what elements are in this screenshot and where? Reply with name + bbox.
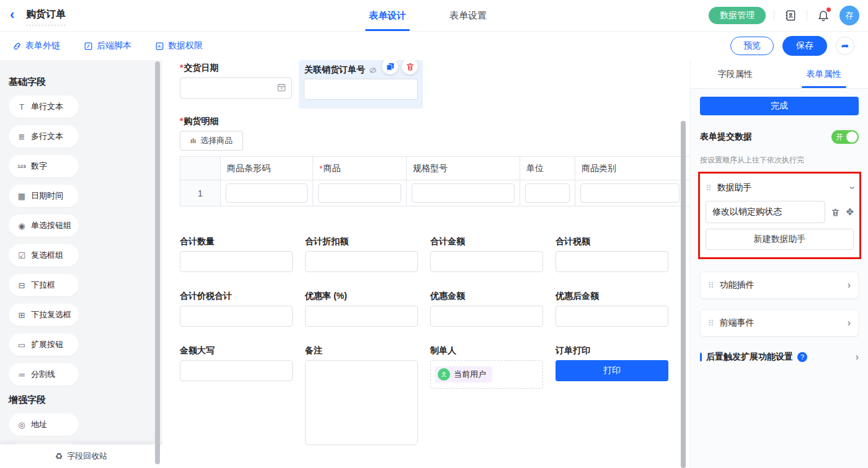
purchase-detail-label: *购货明细 (180, 116, 218, 127)
dropdown-icon: ⊟ (17, 281, 27, 290)
tab-form-properties[interactable]: 表单属性 (779, 60, 868, 88)
drag-handle-icon[interactable]: ⠿ (708, 281, 714, 289)
total-qty-input[interactable] (180, 251, 293, 272)
data-permission-link[interactable]: 数据权限 (155, 40, 203, 51)
data-assistant-header[interactable]: ⠿ 数据助手 › (706, 179, 854, 197)
tab-form-design[interactable]: 表单设计 (369, 0, 406, 31)
delete-field-button[interactable] (402, 60, 418, 74)
form-external-link[interactable]: 表单外链 (12, 40, 60, 51)
print-button[interactable]: 打印 (556, 360, 668, 381)
field-item-dropdown-multi[interactable]: ⊞下拉复选框 (9, 304, 79, 326)
total-with-tax-input[interactable] (180, 306, 293, 327)
discount-amount-input[interactable] (430, 306, 543, 327)
header-right: 数据管理 存 (709, 0, 859, 31)
field-item-extend-button[interactable]: ▭扩展按钮 (9, 333, 79, 356)
select-product-label: 选择商品 (200, 135, 232, 146)
notification-badge (826, 7, 831, 12)
table-col-rownum: 1 (180, 157, 221, 206)
discount-rate-input[interactable] (305, 306, 418, 327)
amount-words-input[interactable] (180, 360, 293, 381)
field-item-datetime[interactable]: ▦日期时间 (9, 185, 79, 207)
barcode-cell-input[interactable] (226, 183, 308, 203)
move-assistant-icon[interactable]: ✥ (846, 206, 854, 218)
field-item-single-line-text[interactable]: T单行文本 (9, 95, 79, 118)
frontend-event-label: 前端事件 (720, 317, 842, 329)
header-tabs: 表单设计 表单设置 (369, 0, 487, 31)
field-item-label: 下拉框 (31, 280, 55, 291)
radio-group-icon: ◉ (17, 221, 27, 231)
after-discount-input[interactable] (556, 306, 668, 327)
delivery-date-input[interactable] (180, 77, 292, 99)
toolbar-actions: 预览 保存 ➦ (730, 32, 854, 60)
tab-field-properties[interactable]: 字段属性 (691, 60, 779, 88)
purchase-detail-table: 1 商品条形码 *商品 规格型号 单位 商品类别 (180, 156, 690, 206)
delete-assistant-icon[interactable] (831, 208, 840, 217)
save-button[interactable]: 保存 (782, 36, 827, 56)
select-product-button[interactable]: ılı 选择商品 (180, 131, 243, 151)
total-tax-input[interactable] (556, 251, 668, 272)
field-item-dropdown[interactable]: ⊟下拉框 (9, 274, 79, 296)
sub-toolbar: 表单外链 后端脚本 数据权限 预览 保存 (0, 32, 868, 61)
column-label: 商品类别 (582, 163, 616, 174)
remark-textarea[interactable] (305, 360, 418, 445)
contacts-icon[interactable] (782, 7, 799, 24)
remark-label: 备注 (305, 345, 322, 356)
copy-field-button[interactable] (382, 60, 398, 74)
link-icon (12, 42, 22, 51)
sidebar-scrollbar[interactable] (155, 61, 160, 464)
current-user-tag: 当前用户 (435, 366, 492, 382)
tab-form-settings[interactable]: 表单设置 (450, 0, 487, 31)
total-discount-label: 合计折扣额 (305, 236, 348, 247)
share-button[interactable]: ➦ (836, 37, 854, 55)
back-icon[interactable]: ‹ (10, 6, 14, 24)
spec-cell-input[interactable] (412, 183, 515, 203)
avatar[interactable]: 存 (839, 6, 859, 25)
recycle-bin-label: 字段回收站 (67, 451, 107, 462)
permission-icon (155, 42, 164, 51)
user-icon (438, 368, 450, 381)
notification-bell-icon[interactable] (815, 7, 831, 24)
total-discount-input[interactable] (305, 251, 418, 272)
drag-handle-icon[interactable]: ⠿ (706, 184, 712, 192)
page-title[interactable]: 购货订单 (26, 8, 66, 25)
field-item-radio-group[interactable]: ◉单选按钮组 (9, 214, 79, 237)
field-item-multi-line-text[interactable]: ≣多行文本 (9, 125, 79, 148)
number-icon: 123 (17, 164, 27, 169)
submit-data-label: 表单提交数据 (700, 131, 752, 143)
new-data-assistant-button[interactable]: 新建数据助手 (706, 229, 854, 250)
drag-handle-icon[interactable]: ⠿ (708, 319, 714, 327)
unit-cell-input[interactable] (525, 183, 570, 203)
canvas-scrollbar[interactable] (681, 121, 686, 468)
field-recycle-bin[interactable]: ♻ 字段回收站 (0, 444, 162, 468)
preview-button[interactable]: 预览 (730, 37, 774, 55)
product-cell-input[interactable] (318, 183, 401, 203)
section-title-basic-fields: 基础字段 (9, 76, 162, 88)
data-assistant-item[interactable]: 修改以销定购状态 (706, 201, 825, 223)
frontend-event-card[interactable]: ⠿ 前端事件 › (700, 309, 859, 337)
data-manage-button[interactable]: 数据管理 (709, 7, 766, 24)
field-item-divider[interactable]: ═分割线 (9, 363, 79, 386)
divider (807, 10, 807, 21)
plugin-card[interactable]: ⠿ 功能插件 › (700, 272, 859, 299)
help-question-icon[interactable]: ? (797, 352, 807, 362)
total-amount-input[interactable] (430, 251, 543, 272)
required-asterisk: * (180, 63, 183, 73)
field-item-checkbox-group[interactable]: ☑复选框组 (9, 244, 79, 267)
field-item-address[interactable]: ◎地址 (9, 413, 79, 436)
plugin-label: 功能插件 (720, 280, 842, 291)
done-button[interactable]: 完成 (700, 97, 859, 115)
field-item-number[interactable]: 123数字 (9, 155, 79, 177)
linked-sales-order-label: 关联销货订单号 (304, 64, 377, 76)
form-designer-app: ‹ 购货订单 表单设计 表单设置 数据管理 存 (0, 0, 868, 468)
table-col-category: 商品类别 (575, 157, 690, 206)
submit-data-toggle[interactable]: 开 (831, 130, 859, 144)
category-cell-input[interactable] (580, 183, 680, 203)
backend-script-link[interactable]: 后端脚本 (84, 40, 131, 51)
linked-sales-order-input[interactable] (304, 79, 418, 100)
creator-field[interactable]: 当前用户 (430, 360, 543, 389)
chevron-right-icon: › (848, 317, 851, 329)
post-trigger-settings-row[interactable]: 后置触发扩展功能设置 ? › (700, 351, 859, 363)
table-col-spec: 规格型号 (407, 157, 520, 206)
linked-sales-order-field-selected[interactable]: 关联销货订单号 (299, 60, 423, 108)
annotation-highlight: ⠿ 数据助手 › 修改以销定购状态 ✥ 新建数据助手 (698, 172, 861, 259)
